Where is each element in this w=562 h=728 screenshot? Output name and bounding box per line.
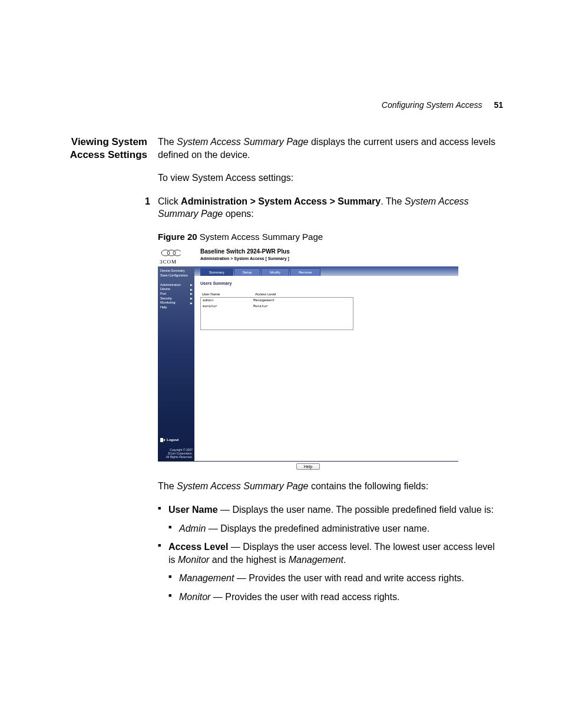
figure-screenshot: 3COM Baseline Switch 2924-PWR Plus Admin… [158,246,458,472]
main-column: The System Access Summary Page displays … [158,136,503,612]
product-title: Baseline Switch 2924-PWR Plus [200,248,458,256]
field-username-admin: Admin — Displays the predefined administ… [179,522,503,535]
tab-bar: Summary Setup Modify Remove [194,266,458,276]
field-accesslevel-monitor: Monitor — Provides the user with read ac… [179,591,503,604]
field-accesslevel-management: Management — Provides the user with read… [179,572,503,585]
nav-device[interactable]: Device▶ [160,287,193,292]
nav-path: Administration > System Access > Summary [181,196,381,206]
chevron-right-icon: ▶ [190,292,193,296]
svg-point-2 [173,250,181,256]
brand-text: 3COM [160,258,196,265]
field-list: User Name — Displays the user name. The … [158,503,503,604]
nav-port[interactable]: Port▶ [160,292,193,297]
nav-save-config[interactable]: Save Configuration [160,274,193,278]
logout-link[interactable]: Logout [160,437,193,442]
legal-text: Copyright © 2007 3Com Corporation. All R… [160,448,193,459]
users-table: User Name Access Level admin Management [200,291,353,330]
tab-modify[interactable]: Modify [261,268,289,276]
step-number: 1 [145,195,150,208]
sidebar-nav: Device Summary Save Configuration Admini… [158,266,194,461]
section-heading: Viewing System Access Settings [59,136,147,612]
tab-setup[interactable]: Setup [234,268,261,276]
chevron-right-icon: ▶ [190,297,193,301]
chevron-right-icon: ▶ [190,283,193,287]
field-username: User Name — Displays the user name. The … [168,503,503,535]
breadcrumb: Administration > System Access [ Summary… [200,256,458,261]
nav-administration[interactable]: Administration▶ [160,283,193,288]
figure-caption: Figure 20 System Access Summary Page [158,231,503,243]
running-header: Configuring System Access 51 [382,100,503,110]
help-button[interactable]: Help [296,463,320,470]
logout-icon [160,438,166,442]
tab-remove[interactable]: Remove [290,268,320,276]
nav-security[interactable]: Security▶ [160,297,193,301]
rings-icon [160,249,181,257]
tab-summary[interactable]: Summary [200,268,233,276]
table-row[interactable]: monitor Monitor [201,304,353,309]
running-title: Configuring System Access [382,100,482,110]
col-accesslevel: Access Level [255,292,276,297]
field-accesslevel: Access Level — Displays the user access … [168,541,503,603]
after-figure-paragraph: The System Access Summary Page contains … [158,480,503,493]
nav-device-summary[interactable]: Device Summary [160,269,193,274]
chevron-right-icon: ▶ [190,301,193,305]
page-number: 51 [494,100,503,110]
step-1: 1 Click Administration > System Access >… [158,195,503,220]
table-row[interactable]: admin Management [201,298,353,304]
lead-sentence: To view System Access settings: [158,172,503,185]
col-username: User Name [202,292,255,297]
nav-help[interactable]: Help [160,305,193,310]
logo-area: 3COM [158,246,198,266]
intro-paragraph: The System Access Summary Page displays … [158,136,503,161]
nav-monitoring[interactable]: Monitoring▶ [160,301,193,305]
page-name: System Access Summary Page [177,137,308,147]
chevron-right-icon: ▶ [190,288,193,292]
panel-title: Users Summary [200,281,452,286]
